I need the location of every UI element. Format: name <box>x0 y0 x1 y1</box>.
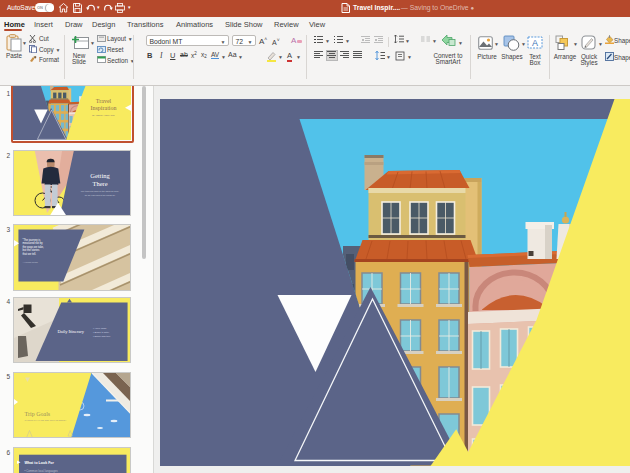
svg-text:Travel: Travel <box>96 98 112 104</box>
svg-text:• Common local languages: • Common local languages <box>25 469 59 473</box>
svg-text:“The journey is: “The journey is <box>23 238 41 242</box>
svg-text:Getting: Getting <box>90 172 110 179</box>
svg-text:THINGS THAT WE GET OUT TO ENJO: THINGS THAT WE GET OUT TO ENJOY <box>25 419 67 421</box>
svg-text:A: A <box>532 38 538 48</box>
svg-text:Daily Itinerary: Daily Itinerary <box>58 329 85 334</box>
svg-text:Trip Goals: Trip Goals <box>25 411 51 417</box>
svg-text:BY TERRY TOMASIO: BY TERRY TOMASIO <box>92 113 115 115</box>
svg-text:but the stories: but the stories <box>23 249 41 253</box>
svg-text:Inspiration: Inspiration <box>91 105 117 111</box>
svg-text:—Helen Keller: —Helen Keller <box>23 261 39 264</box>
svg-text:so we can saved the roads by.: so we can saved the roads by. <box>85 194 116 196</box>
svg-text:There: There <box>92 180 107 187</box>
svg-text:What to Look For: What to Look For <box>25 461 55 465</box>
svg-text:the ways we take,: the ways we take, <box>23 245 45 249</box>
svg-text:• Buses to hotel: • Buses to hotel <box>93 331 109 333</box>
svg-text:• Dinner and tour: • Dinner and tour <box>93 334 110 336</box>
svg-text:that we tell.: that we tell. <box>23 252 37 256</box>
svg-text:measured not by: measured not by <box>23 242 44 246</box>
svg-text:• Arrive Milan: • Arrive Milan <box>93 327 107 329</box>
